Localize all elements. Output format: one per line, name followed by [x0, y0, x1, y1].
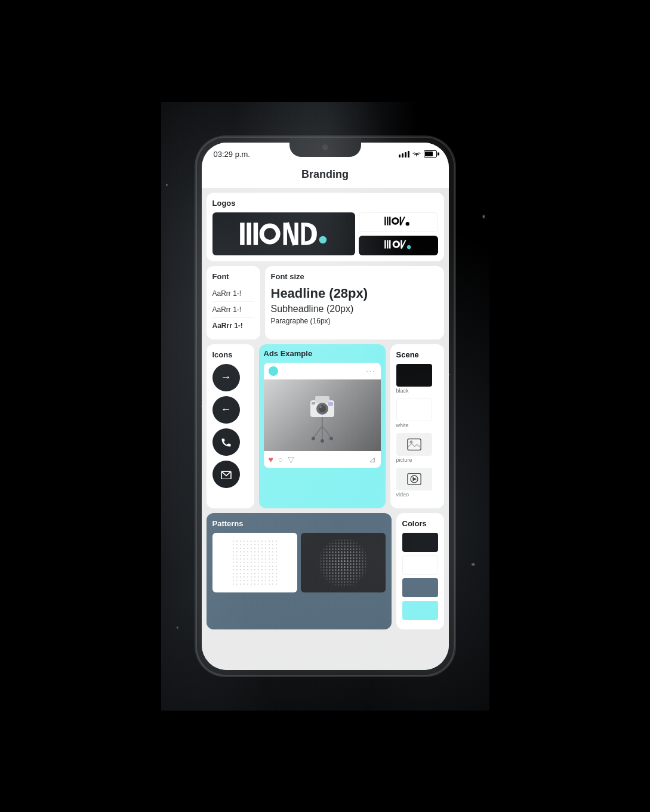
patterns-grid — [212, 533, 386, 592]
ads-product-image — [264, 379, 381, 451]
svg-line-37 — [322, 426, 331, 438]
svg-rect-32 — [328, 402, 333, 406]
status-time: 03:29 p.m. — [214, 150, 250, 159]
colors-section-title: Colors — [402, 519, 438, 528]
logo-main-dark — [212, 212, 355, 255]
ads-card: Ads Example ··· — [259, 344, 386, 508]
color-swatch-steel — [402, 578, 438, 597]
logo-light-svg — [383, 215, 413, 229]
svg-rect-2 — [254, 223, 258, 245]
svg-rect-47 — [231, 539, 279, 586]
icon-phone — [212, 428, 240, 456]
color-swatch-white — [402, 555, 438, 575]
font-sample-3: AaRrr 1-! — [212, 318, 254, 334]
scene-picture-label: picture — [396, 457, 438, 463]
scene-black-label: black — [396, 388, 438, 394]
page-title: Branding — [202, 162, 449, 188]
logos-section: Logos — [207, 193, 444, 261]
ads-actions-bar: ♥ ○ ▽ ⊿ — [264, 451, 381, 468]
svg-line-35 — [313, 426, 322, 438]
front-camera — [322, 144, 328, 150]
svg-point-4 — [264, 228, 276, 240]
picture-scene-icon — [407, 437, 421, 452]
share-icon[interactable]: ▽ — [288, 455, 294, 464]
patterns-section-title: Patterns — [212, 519, 386, 528]
camera-notch — [289, 138, 361, 157]
color-swatch-black — [402, 533, 438, 552]
svg-point-31 — [319, 406, 322, 408]
svg-point-9 — [319, 236, 327, 243]
svg-rect-8 — [301, 223, 305, 245]
font-samples-card: Font AaRrr 1-! AaRrr 1-! AaRrr 1-! — [207, 266, 260, 339]
typography-section: Font AaRrr 1-! AaRrr 1-! AaRrr 1-! Font … — [207, 266, 444, 339]
svg-point-40 — [329, 437, 333, 440]
svg-rect-1 — [247, 223, 252, 245]
ads-avatar — [269, 366, 278, 376]
phone-frame: 03:29 p.m. — [197, 138, 454, 675]
logo-dark-small — [359, 236, 438, 255]
scene-white-label: white — [396, 422, 438, 428]
ads-inner: ··· — [264, 363, 381, 468]
ads-header: ··· — [264, 363, 381, 379]
svg-point-17 — [406, 222, 409, 226]
phone-wrapper: 03:29 p.m. — [197, 138, 454, 675]
middle-section: Icons → ← — [207, 344, 444, 508]
battery-icon — [424, 150, 437, 158]
svg-rect-11 — [387, 217, 388, 225]
svg-rect-20 — [389, 240, 390, 248]
logo-dark-small-svg — [383, 239, 413, 252]
scene-video-icon-box — [396, 468, 432, 490]
color-swatch-cyan — [402, 601, 438, 620]
logos-grid — [212, 212, 438, 255]
mail-svg-icon — [220, 470, 232, 479]
headline-text: Headline (28px) — [271, 286, 438, 301]
dot-grid-pattern — [228, 536, 282, 589]
bookmark-icon[interactable]: ⊿ — [369, 455, 376, 464]
scene-card: Scene black white picture — [390, 344, 444, 508]
icon-arrow-left: ← — [212, 396, 240, 424]
svg-rect-28 — [315, 396, 329, 403]
ads-section-title: Ads Example — [264, 349, 381, 358]
svg-point-42 — [409, 440, 412, 443]
dot-circle-pattern — [316, 536, 370, 589]
comment-icon[interactable]: ○ — [278, 455, 283, 464]
svg-point-25 — [407, 245, 411, 249]
patterns-card: Patterns — [207, 513, 392, 629]
svg-rect-33 — [312, 402, 315, 405]
pattern-light — [212, 533, 297, 592]
svg-point-14 — [393, 219, 397, 223]
heart-icon[interactable]: ♥ — [269, 455, 273, 464]
scene-picture-icon-box — [396, 433, 432, 456]
wifi-icon — [412, 151, 421, 158]
screen-content[interactable]: Logos — [202, 188, 449, 670]
font-size-section-title: Font size — [271, 272, 438, 281]
scene-black-swatch — [396, 364, 432, 387]
font-sample-2: AaRrr 1-! — [212, 302, 254, 318]
pattern-dark — [301, 533, 386, 592]
svg-rect-7 — [295, 223, 298, 245]
scene-section-title: Scene — [396, 350, 438, 359]
icon-mail — [212, 461, 240, 488]
font-sample-1: AaRrr 1-! — [212, 286, 254, 302]
bottom-section: Patterns — [207, 513, 444, 629]
svg-rect-18 — [384, 240, 386, 248]
scene-white-swatch — [396, 399, 432, 421]
svg-point-22 — [395, 242, 398, 246]
svg-rect-12 — [389, 217, 390, 225]
svg-rect-41 — [407, 439, 420, 450]
font-section-title: Font — [212, 272, 254, 281]
phone-svg-icon — [220, 436, 232, 448]
logo-main-svg — [226, 219, 340, 249]
logo-small-variants — [359, 212, 438, 255]
camera-tripod-svg — [298, 385, 346, 445]
phone-screen: 03:29 p.m. — [202, 143, 449, 670]
icon-arrow-right: → — [212, 364, 240, 391]
ads-menu-dots[interactable]: ··· — [366, 367, 375, 375]
battery-fill — [425, 152, 433, 156]
video-scene-icon — [407, 472, 421, 486]
font-sizes-card: Font size Headline (28px) Subheadline (2… — [265, 266, 444, 339]
svg-point-50 — [318, 538, 368, 588]
status-icons — [399, 150, 437, 158]
svg-rect-10 — [384, 217, 386, 225]
svg-rect-0 — [241, 223, 245, 245]
